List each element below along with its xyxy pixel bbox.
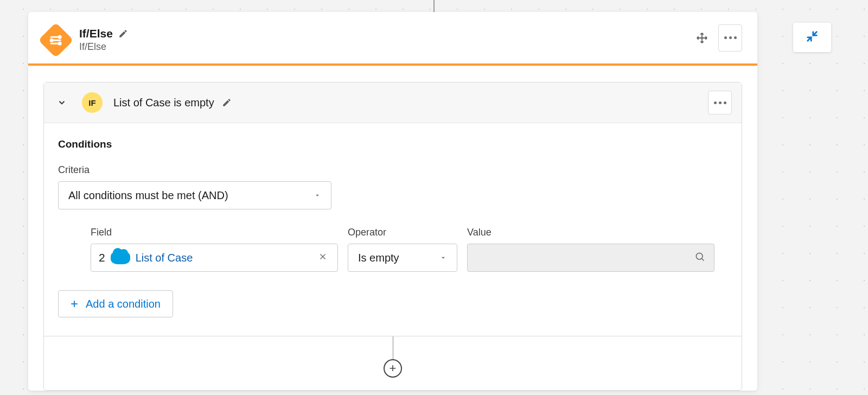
title-block: If/Else If/Else (79, 27, 128, 53)
card-subtitle: If/Else (79, 41, 128, 53)
condition-row: Field 2 List of Case Operator (91, 227, 727, 272)
criteria-value: All conditions must be met (AND) (68, 189, 228, 202)
collapse-panel-button[interactable] (793, 23, 831, 52)
card-menu-button[interactable] (718, 24, 742, 52)
collapse-section-button[interactable] (56, 97, 68, 109)
section-body: Conditions Criteria All conditions must … (44, 123, 742, 336)
search-icon (694, 251, 705, 264)
add-branch-button[interactable]: + (384, 359, 402, 378)
card-title: If/Else (79, 27, 113, 40)
field-input[interactable]: 2 List of Case (91, 244, 338, 272)
field-step-number: 2 (99, 251, 105, 264)
card-header: If/Else If/Else (28, 12, 757, 63)
more-icon (714, 101, 726, 104)
svg-line-3 (702, 259, 704, 261)
plus-icon: + (71, 297, 78, 310)
connector-section: + (44, 336, 742, 390)
if-badge: IF (82, 92, 103, 113)
operator-label: Operator (348, 227, 457, 238)
if-else-card: If/Else If/Else IF List of Case (28, 12, 757, 391)
svg-point-2 (696, 253, 703, 259)
caret-down-icon (314, 189, 321, 202)
edit-section-title-icon[interactable] (222, 98, 232, 107)
field-label: Field (91, 227, 338, 238)
operator-select[interactable]: Is empty (348, 244, 457, 272)
clear-field-icon[interactable] (316, 249, 330, 267)
conditions-heading: Conditions (58, 138, 727, 150)
edit-title-icon[interactable] (118, 29, 128, 39)
add-condition-button[interactable]: + Add a condition (58, 290, 173, 317)
operator-value: Is empty (358, 252, 399, 264)
value-label: Value (467, 227, 714, 238)
criteria-label: Criteria (58, 164, 727, 176)
condition-section: IF List of Case is empty Conditions Crit… (43, 82, 742, 391)
connector-line-top (433, 0, 435, 12)
plus-icon: + (390, 362, 397, 374)
if-else-icon (38, 22, 73, 58)
caret-down-icon (439, 252, 447, 264)
criteria-select[interactable]: All conditions must be met (AND) (58, 181, 331, 209)
salesforce-icon (111, 251, 130, 264)
more-icon (724, 36, 737, 39)
add-condition-label: Add a condition (86, 298, 161, 310)
move-handle-icon[interactable] (695, 31, 709, 44)
value-input[interactable] (467, 244, 714, 272)
collapse-icon (806, 30, 818, 44)
field-chip-text: List of Case (136, 252, 316, 264)
section-title: List of Case is empty (113, 97, 214, 109)
section-menu-button[interactable] (708, 91, 732, 114)
section-header: IF List of Case is empty (44, 82, 742, 123)
